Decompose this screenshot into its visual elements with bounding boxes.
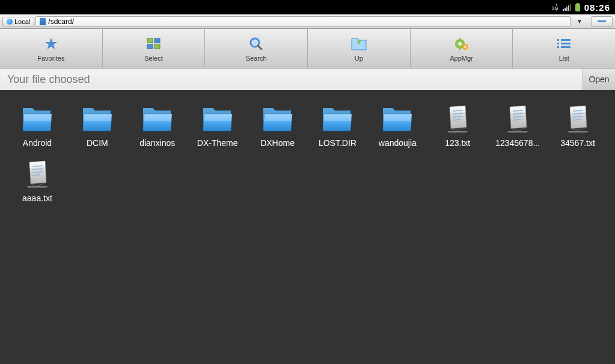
sdcard-icon [40,18,46,25]
favorites-label: Favorites [37,55,64,62]
folder-icon [320,105,354,133]
file-grid: Android DCIM dianxinos DX-Theme DXHome L… [10,102,605,205]
svg-rect-1 [563,9,564,11]
up-icon [350,35,367,52]
network-3g-icon: 3G [552,4,559,11]
file-icon [441,105,474,133]
status-bar: 3G 08:26 [0,0,615,14]
folder-item[interactable]: LOST.DIR [310,102,366,150]
svg-rect-24 [561,46,571,48]
folder-icon [141,105,174,133]
minimize-icon [598,20,606,22]
gear-icon [453,35,470,52]
list-label: List [559,55,569,62]
svg-line-39 [32,172,43,172]
svg-rect-21 [557,43,559,44]
dropdown-icon[interactable]: ▼ [572,18,587,25]
up-label: Up [355,55,363,62]
file-icon [20,160,54,189]
folder-item[interactable]: Android [10,102,65,150]
svg-rect-6 [577,3,579,4]
favorites-button[interactable]: Favorites [0,29,103,68]
folder-icon [261,105,295,133]
appmgr-button[interactable]: AppMgr [411,29,513,68]
svg-line-30 [513,114,523,114]
file-label: DXHome [260,138,295,148]
svg-point-16 [458,42,462,46]
folder-icon [381,105,414,133]
svg-rect-7 [575,4,580,11]
select-label: Select [144,55,163,62]
path-input[interactable]: /sdcard/ [35,16,571,27]
file-item[interactable]: aaaa.txt [10,157,65,205]
svg-rect-5 [570,4,571,11]
file-label: aaaa.txt [22,193,52,203]
svg-rect-19 [557,39,559,41]
search-button[interactable]: Search [205,29,308,68]
select-icon [145,35,162,52]
svg-rect-2 [565,8,566,11]
svg-text:3G: 3G [552,5,558,11]
local-label: Local [14,18,30,25]
svg-point-18 [464,46,467,48]
file-icon [501,105,534,133]
up-button[interactable]: Up [308,29,411,68]
svg-line-40 [32,175,40,175]
folder-item[interactable]: DCIM [70,102,125,150]
path-text: /sdcard/ [48,17,74,26]
file-label: LOST.DIR [319,138,356,148]
svg-line-25 [453,111,463,111]
local-icon [7,19,13,25]
folder-item[interactable]: dianxinos [130,102,185,150]
folder-item[interactable]: DX-Theme [190,102,245,150]
file-label: 34567.txt [560,138,595,148]
local-button[interactable]: Local [2,17,34,26]
file-label: Android [23,138,52,148]
file-item[interactable]: 34567.txt [550,102,605,150]
toolbar: Favorites Select Search Up AppMgr List [0,29,615,68]
file-label: dianxinos [139,138,175,148]
svg-line-33 [573,111,583,111]
svg-rect-4 [568,5,569,11]
star-icon [43,35,60,52]
svg-point-13 [252,40,257,45]
file-label: wandoujia [379,138,417,148]
file-label: DX-Theme [197,138,238,148]
svg-line-32 [513,120,521,120]
svg-line-38 [32,169,43,169]
svg-line-14 [258,46,262,49]
svg-line-37 [32,166,43,166]
file-label: 123.txt [445,138,470,148]
select-button[interactable]: Select [103,29,206,68]
search-icon [248,35,265,52]
svg-line-36 [573,120,581,120]
file-label: 12345678... [495,138,540,148]
file-chosen-display[interactable]: Your file choosed [0,68,583,90]
file-item[interactable]: 123.txt [430,102,485,150]
svg-line-27 [453,117,463,117]
file-label: DCIM [87,138,108,148]
folder-icon [20,105,54,133]
file-icon [561,105,595,133]
svg-rect-9 [155,38,160,43]
svg-rect-20 [561,39,571,41]
open-button[interactable]: Open [583,68,615,90]
search-label: Search [246,55,267,62]
folder-icon [81,105,114,133]
svg-rect-3 [566,7,568,11]
clock-time: 08:26 [584,2,610,13]
list-icon [555,35,572,52]
svg-rect-11 [155,44,160,49]
svg-line-29 [513,111,523,111]
file-item[interactable]: 12345678... [490,102,545,150]
svg-line-35 [573,117,583,117]
svg-line-34 [573,114,583,114]
location-bar: Local /sdcard/ ▼ [0,14,615,29]
minimize-button[interactable] [591,16,613,27]
folder-item[interactable]: wandoujia [370,102,425,150]
list-button[interactable]: List [513,29,615,68]
folder-item[interactable]: DXHome [250,102,305,150]
svg-rect-10 [147,44,153,49]
svg-line-28 [453,120,460,120]
folder-icon [201,105,234,133]
